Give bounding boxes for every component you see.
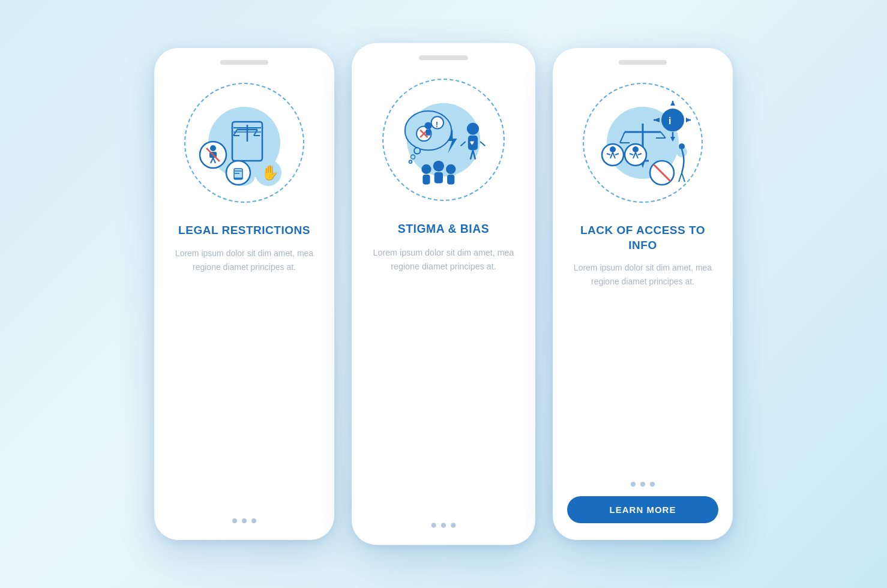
svg-line-53 xyxy=(661,132,666,138)
lack-access-icon: i xyxy=(589,89,697,197)
svg-rect-48 xyxy=(447,175,454,184)
svg-point-74 xyxy=(633,146,639,152)
phone-stigma-title: STIGMA & BIAS xyxy=(398,222,489,237)
svg-line-29 xyxy=(461,142,466,146)
phone-access-wrapper: i xyxy=(553,48,733,540)
dot-7 xyxy=(631,482,636,487)
legal-restrictions-icon: ☞ xyxy=(190,89,298,197)
svg-text:✋: ✋ xyxy=(261,164,279,181)
learn-more-button[interactable]: LEARN MORE xyxy=(567,496,718,523)
svg-line-30 xyxy=(480,142,485,146)
phone-icon-area-1: ☞ xyxy=(178,77,310,209)
svg-marker-60 xyxy=(670,101,675,106)
svg-line-28 xyxy=(473,150,475,159)
svg-point-68 xyxy=(610,146,616,152)
phone-notch-3 xyxy=(619,60,667,65)
svg-rect-42 xyxy=(425,130,430,136)
phone-access-desc: Lorem ipsum dolor sit dim amet, mea regi… xyxy=(567,261,718,289)
svg-rect-46 xyxy=(434,172,443,183)
phone-icon-area-2: ♥ ! xyxy=(376,73,511,207)
svg-line-51 xyxy=(620,132,625,143)
dot-5 xyxy=(441,523,446,527)
svg-point-45 xyxy=(433,161,444,172)
phone-legal-title: LEGAL RESTRICTIONS xyxy=(178,223,310,238)
svg-line-84 xyxy=(682,173,685,182)
phone-stigma-desc: Lorem ipsum dolor sit dim amet, mea regi… xyxy=(366,245,520,274)
svg-point-12 xyxy=(210,145,216,151)
svg-line-83 xyxy=(679,173,682,182)
dot-9 xyxy=(650,482,655,487)
svg-text:♥: ♥ xyxy=(470,139,474,147)
phone-legal: ☞ xyxy=(154,48,334,540)
phone-access-title: LACK OF ACCESS TO INFO xyxy=(567,223,718,253)
svg-marker-62 xyxy=(686,118,691,122)
svg-text:i: i xyxy=(669,116,671,126)
svg-point-24 xyxy=(467,122,479,134)
phone-icon-area-3: i xyxy=(577,77,709,209)
phone-legal-desc: Lorem ipsum dolor sit dim amet, mea regi… xyxy=(169,247,320,274)
svg-point-39 xyxy=(410,155,415,159)
svg-text:!: ! xyxy=(436,120,438,129)
svg-point-47 xyxy=(446,164,456,174)
dot-3 xyxy=(251,518,256,523)
phone-notch-1 xyxy=(220,60,268,65)
phone-stigma-dots xyxy=(431,508,456,528)
phone-stigma-wrapper: ♥ ! xyxy=(352,43,535,545)
dot-2 xyxy=(242,518,247,523)
phone-legal-wrapper: ☞ xyxy=(154,48,334,540)
svg-marker-64 xyxy=(670,137,675,142)
svg-point-38 xyxy=(414,148,420,154)
svg-point-41 xyxy=(424,122,431,129)
dot-6 xyxy=(451,523,456,527)
phone-legal-dots xyxy=(232,504,256,523)
svg-marker-66 xyxy=(654,118,660,122)
phones-container: ☞ xyxy=(154,48,733,540)
phone-access: i xyxy=(553,48,733,540)
svg-point-43 xyxy=(421,164,431,174)
stigma-bias-icon: ♥ ! xyxy=(388,85,499,195)
dot-1 xyxy=(232,518,237,523)
dot-8 xyxy=(640,482,645,487)
svg-point-82 xyxy=(679,143,685,149)
dot-4 xyxy=(431,523,436,527)
phone-notch-2 xyxy=(419,55,468,60)
phone-stigma: ♥ ! xyxy=(352,43,535,545)
svg-point-57 xyxy=(662,109,684,131)
svg-rect-44 xyxy=(422,175,430,184)
svg-point-40 xyxy=(409,160,412,163)
phone-access-dots xyxy=(631,467,655,487)
